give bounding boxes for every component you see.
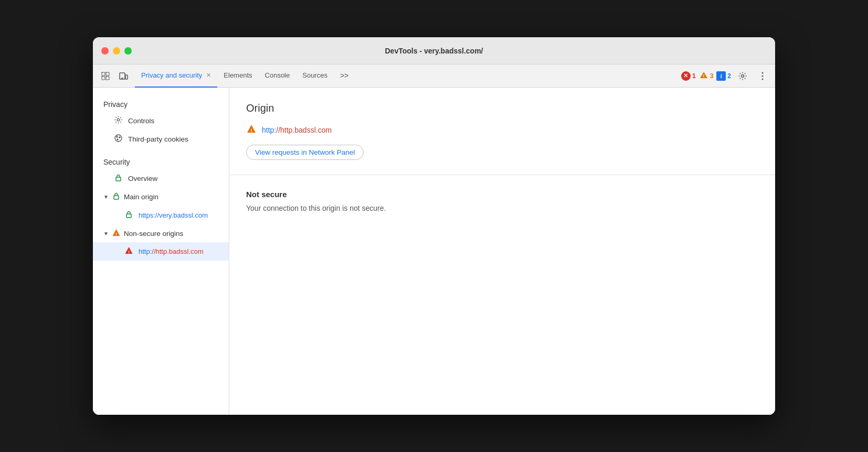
tab-label: Privacy and security bbox=[141, 71, 202, 79]
chevron-down-icon-non-secure: ▼ bbox=[103, 231, 109, 236]
tab-elements[interactable]: Elements bbox=[217, 64, 258, 88]
warning-badge[interactable]: ! 3 bbox=[699, 70, 714, 81]
sidebar-main-origin-url: https://very.badssl.com bbox=[139, 211, 208, 219]
lock-icon-main-origin bbox=[112, 191, 121, 202]
tab-privacy-and-security[interactable]: Privacy and security ✕ bbox=[135, 64, 217, 88]
svg-rect-1 bbox=[102, 77, 105, 80]
sidebar-third-party-cookies-label: Third-party cookies bbox=[128, 135, 188, 143]
svg-point-15 bbox=[117, 136, 118, 137]
more-options-button[interactable] bbox=[754, 68, 771, 84]
sidebar-item-non-secure-origins[interactable]: ▼ ! Non-secure origins bbox=[93, 224, 229, 242]
svg-text:!: ! bbox=[115, 232, 117, 236]
tab-close-icon[interactable]: ✕ bbox=[206, 72, 211, 79]
sidebar-item-main-origin[interactable]: ▼ Main origin bbox=[93, 188, 229, 206]
tab-label: Sources bbox=[302, 71, 327, 79]
cookie-icon bbox=[114, 134, 123, 145]
svg-rect-20 bbox=[126, 214, 131, 218]
warning-triangle-non-secure-icon: ! bbox=[112, 228, 121, 239]
titlebar: DevTools - very.badssl.com/ bbox=[93, 37, 775, 64]
origin-row: ! http://http.badssl.com bbox=[246, 124, 758, 136]
security-section-header: Security bbox=[93, 154, 229, 169]
network-panel-btn-label: View requests in Network Panel bbox=[255, 148, 355, 156]
sidebar-item-controls[interactable]: Controls bbox=[93, 112, 229, 130]
sidebar-controls-label: Controls bbox=[128, 117, 154, 125]
gear-icon bbox=[114, 115, 123, 126]
more-tabs-button[interactable]: >> bbox=[334, 64, 355, 88]
tab-console[interactable]: Console bbox=[259, 64, 297, 88]
window-title: DevTools - very.badssl.com/ bbox=[385, 47, 483, 55]
sidebar-item-third-party-cookies[interactable]: Third-party cookies bbox=[93, 130, 229, 148]
privacy-section-header: Privacy bbox=[93, 96, 229, 112]
warning-triangle-icon: ! bbox=[699, 70, 708, 81]
view-requests-button[interactable]: View requests in Network Panel bbox=[246, 145, 364, 160]
main-panel: Origin ! http://http.badssl.com View req… bbox=[229, 88, 775, 415]
warning-count: 3 bbox=[710, 72, 714, 80]
svg-rect-3 bbox=[106, 77, 109, 80]
svg-point-10 bbox=[762, 72, 764, 73]
svg-point-11 bbox=[762, 75, 764, 77]
origin-url-rest: //http.badssl.com bbox=[276, 126, 332, 134]
not-secure-title: Not secure bbox=[246, 190, 758, 199]
not-secure-description: Your connection to this origin is not se… bbox=[246, 204, 758, 212]
svg-point-16 bbox=[119, 137, 120, 138]
tab-label: Elements bbox=[224, 71, 252, 79]
inspect-element-button[interactable] bbox=[97, 68, 114, 84]
devtools-window: DevTools - very.badssl.com/ Privacy and … bbox=[93, 37, 775, 415]
info-square-icon: i bbox=[716, 71, 726, 81]
tab-label: Console bbox=[265, 71, 290, 79]
info-badge[interactable]: i 2 bbox=[716, 71, 731, 81]
sidebar: Privacy Controls bbox=[93, 88, 229, 415]
svg-point-17 bbox=[117, 139, 118, 140]
error-count: 1 bbox=[692, 72, 696, 80]
svg-point-13 bbox=[117, 119, 120, 121]
svg-point-9 bbox=[742, 74, 744, 77]
svg-rect-18 bbox=[116, 177, 121, 181]
origin-url[interactable]: http://http.badssl.com bbox=[262, 126, 332, 134]
chevron-down-icon: ▼ bbox=[103, 194, 109, 200]
devtools-body: Privacy Controls bbox=[93, 88, 775, 415]
origin-warning-icon: ! bbox=[246, 124, 257, 136]
lock-icon-url bbox=[124, 210, 133, 221]
svg-point-14 bbox=[115, 135, 122, 142]
svg-text:!: ! bbox=[703, 73, 704, 79]
minimize-button[interactable] bbox=[113, 47, 120, 55]
devtools-tabs: Privacy and security ✕ Elements Console … bbox=[135, 64, 680, 88]
origin-section: Origin ! http://http.badssl.com View req… bbox=[229, 88, 775, 175]
devtools-toolbar: Privacy and security ✕ Elements Console … bbox=[93, 64, 775, 88]
tab-sources[interactable]: Sources bbox=[296, 64, 334, 88]
sidebar-item-overview[interactable]: Overview bbox=[93, 169, 229, 188]
toolbar-right: ✕ 1 ! 3 i 2 bbox=[681, 68, 771, 84]
lock-icon-overview bbox=[114, 173, 123, 184]
svg-rect-0 bbox=[102, 72, 105, 76]
svg-text:!: ! bbox=[128, 250, 130, 254]
svg-text:!: ! bbox=[251, 128, 252, 133]
sidebar-item-non-secure-origin-url[interactable]: ! http://http.badssl.com bbox=[93, 242, 229, 261]
warning-triangle-non-secure-url-icon: ! bbox=[124, 246, 133, 257]
origin-http-prefix: http: bbox=[262, 126, 276, 134]
device-toggle-button[interactable] bbox=[115, 68, 132, 84]
security-section: Not secure Your connection to this origi… bbox=[229, 175, 775, 227]
origin-title: Origin bbox=[246, 102, 758, 114]
maximize-button[interactable] bbox=[124, 47, 132, 55]
sidebar-non-secure-origins-label: Non-secure origins bbox=[124, 230, 183, 238]
traffic-lights bbox=[101, 47, 132, 55]
info-count: 2 bbox=[727, 72, 731, 80]
svg-point-12 bbox=[762, 78, 764, 80]
settings-button[interactable] bbox=[734, 68, 751, 84]
svg-rect-19 bbox=[114, 196, 119, 199]
sidebar-main-origin-label: Main origin bbox=[124, 193, 158, 201]
sidebar-item-main-origin-url[interactable]: https://very.badssl.com bbox=[93, 206, 229, 224]
svg-rect-5 bbox=[125, 75, 128, 79]
error-badge[interactable]: ✕ 1 bbox=[681, 71, 696, 81]
sidebar-overview-label: Overview bbox=[128, 175, 157, 182]
svg-rect-2 bbox=[106, 72, 109, 76]
sidebar-non-secure-url: http://http.badssl.com bbox=[139, 247, 204, 255]
close-button[interactable] bbox=[101, 47, 109, 55]
error-circle-icon: ✕ bbox=[681, 71, 691, 81]
